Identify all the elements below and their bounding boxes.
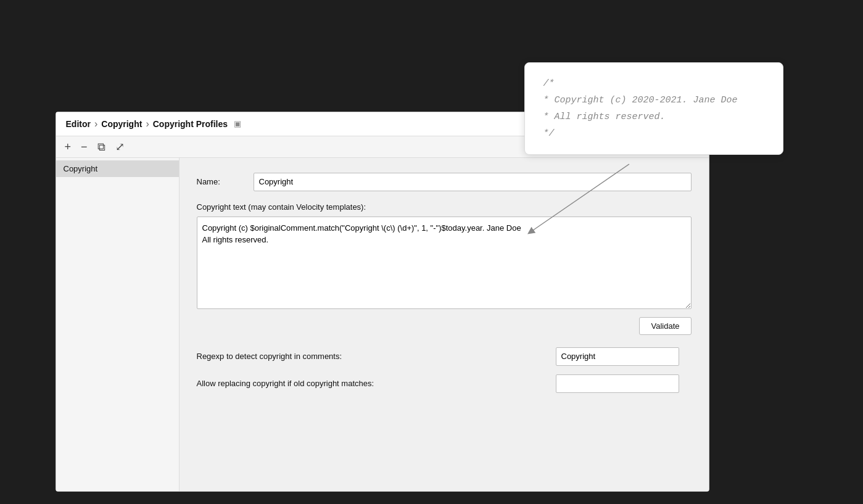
breadcrumb-sep2: › <box>146 118 149 130</box>
regexp-input[interactable] <box>556 347 679 366</box>
breadcrumb-editor: Editor <box>66 119 91 129</box>
validate-button[interactable]: Validate <box>639 317 691 335</box>
tooltip-arrow <box>524 158 709 250</box>
regexp-label: Regexp to detect copyright in comments: <box>197 352 548 361</box>
regexp-field-row: Regexp to detect copyright in comments: <box>197 347 692 366</box>
allow-replacing-label: Allow replacing copyright if old copyrig… <box>197 379 548 388</box>
tooltip-popup: /* * Copyright (c) 2020-2021. Jane Doe *… <box>524 62 783 155</box>
bottom-fields: Regexp to detect copyright in comments: … <box>197 347 692 393</box>
sidebar: Copyright <box>56 158 180 491</box>
breadcrumb-icon: ▣ <box>234 119 241 128</box>
validate-row: Validate <box>197 317 692 335</box>
sidebar-item-copyright[interactable]: Copyright <box>56 160 179 177</box>
name-label: Name: <box>197 177 246 186</box>
add-button[interactable]: + <box>62 140 74 154</box>
breadcrumb-sep1: › <box>94 118 97 130</box>
copy-button[interactable]: ⧉ <box>95 140 108 154</box>
svg-line-0 <box>531 164 629 232</box>
tooltip-line2: * Copyright (c) 2020-2021. Jane Doe <box>543 92 764 109</box>
tooltip-line3: * All rights reserved. <box>543 109 764 125</box>
tooltip-line4: */ <box>543 125 764 142</box>
breadcrumb-copyright[interactable]: Copyright <box>101 119 142 129</box>
collapse-button[interactable]: ⤢ <box>113 140 127 154</box>
breadcrumb-profiles[interactable]: Copyright Profiles <box>153 119 228 129</box>
tooltip-line1: /* <box>543 75 764 92</box>
allow-replacing-field-row: Allow replacing copyright if old copyrig… <box>197 374 692 393</box>
remove-button[interactable]: − <box>78 140 90 154</box>
allow-replacing-input[interactable] <box>556 374 679 393</box>
